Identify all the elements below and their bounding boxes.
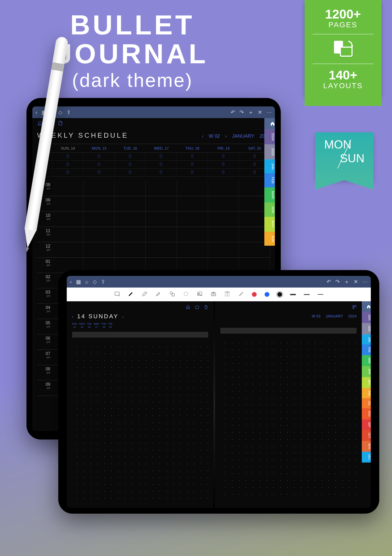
note-link-icon[interactable] — [177, 161, 208, 169]
note-link-icon[interactable] — [115, 153, 146, 161]
note-link-icon[interactable] — [208, 153, 239, 161]
side-tab[interactable]: 2025 — [264, 144, 275, 159]
schedule-cell[interactable] — [52, 227, 83, 242]
day-header[interactable]: FRI, 19 — [208, 144, 239, 153]
note-link-icon[interactable] — [52, 153, 83, 161]
dot-grid-left[interactable] — [72, 342, 208, 501]
mini-day[interactable]: TUE16 — [87, 322, 92, 329]
note-link-icon[interactable] — [208, 161, 239, 169]
image-icon[interactable] — [197, 291, 203, 298]
side-tab[interactable]: JUL — [362, 398, 371, 408]
schedule-cell[interactable] — [52, 242, 83, 258]
pen-icon[interactable] — [128, 291, 134, 298]
redo-icon[interactable]: ↷ — [239, 109, 244, 115]
note-link-icon[interactable] — [52, 161, 83, 169]
back-icon[interactable]: ‹ — [70, 279, 72, 285]
side-tab[interactable]: MAY — [362, 377, 371, 388]
tab-home-icon[interactable] — [362, 301, 371, 312]
schedule-cell[interactable] — [177, 227, 208, 242]
tab-home-icon[interactable] — [264, 118, 275, 129]
side-tab[interactable]: MAR — [264, 187, 275, 203]
week-prev-icon[interactable]: ‹ — [202, 133, 203, 139]
add-icon[interactable]: ＋ — [344, 278, 349, 285]
insert-icon[interactable] — [114, 291, 120, 298]
schedule-cell[interactable] — [83, 227, 114, 242]
side-tab[interactable]: SEP — [362, 419, 371, 430]
back-icon[interactable]: ‹ — [35, 109, 37, 115]
schedule-cell[interactable] — [83, 242, 114, 258]
schedule-cell[interactable] — [177, 212, 208, 227]
schedule-cell[interactable] — [146, 181, 177, 196]
side-tab[interactable]: APR — [264, 203, 275, 217]
right-year[interactable]: 2024 — [348, 314, 357, 318]
more-icon[interactable]: ⋯ — [266, 109, 272, 115]
day-prev-icon[interactable]: ‹ — [72, 315, 73, 319]
schedule-cell[interactable] — [115, 227, 146, 242]
redo-icon[interactable]: ↷ — [335, 279, 340, 285]
share-icon[interactable]: ⇪ — [66, 109, 71, 115]
side-tab[interactable]: NOV — [362, 441, 371, 452]
side-tab[interactable]: AUG — [362, 408, 371, 419]
shapes-icon[interactable] — [169, 291, 175, 298]
side-tab[interactable]: JUN — [362, 388, 371, 398]
schedule-cell[interactable] — [115, 212, 146, 227]
color-black[interactable] — [277, 292, 282, 297]
side-tab[interactable]: JAN — [264, 159, 275, 173]
schedule-cell[interactable] — [115, 242, 146, 258]
day-next-icon[interactable]: › — [122, 315, 124, 319]
schedule-cell[interactable] — [146, 212, 177, 227]
close-icon[interactable]: ✕ — [354, 279, 358, 285]
schedule-cell[interactable] — [146, 196, 177, 212]
ruler-icon[interactable] — [238, 291, 244, 298]
day-header[interactable]: TUE, 16 — [115, 144, 146, 153]
day-header[interactable]: THU, 18 — [177, 144, 208, 153]
right-month[interactable]: JANUARY — [326, 314, 343, 318]
stroke-thin[interactable] — [318, 294, 323, 295]
schedule-cell[interactable] — [52, 212, 83, 227]
side-tab[interactable]: MAR — [362, 355, 371, 366]
note-link-icon[interactable] — [146, 169, 177, 177]
schedule-cell[interactable] — [177, 242, 208, 258]
add-icon[interactable]: ＋ — [248, 109, 253, 116]
day-header[interactable]: MON, 15 — [83, 144, 114, 153]
day-header[interactable]: SUN, 14 — [52, 144, 83, 153]
schedule-cell[interactable] — [115, 181, 146, 196]
search-icon[interactable]: ⌕ — [85, 279, 88, 285]
bookmark-icon[interactable]: ◇ — [93, 279, 97, 285]
schedule-cell[interactable] — [83, 212, 114, 227]
right-week[interactable]: W 03 — [312, 314, 320, 318]
week-label[interactable]: W 02 — [209, 133, 220, 139]
side-tab[interactable]: MAY — [264, 217, 275, 231]
note-link-icon[interactable] — [177, 153, 208, 161]
close-icon[interactable]: ✕ — [258, 109, 262, 115]
side-tab[interactable]: 2024 — [264, 129, 275, 144]
side-tab[interactable]: 2024 — [362, 312, 371, 323]
side-tab[interactable]: FEB — [264, 173, 275, 187]
note-link-icon[interactable] — [115, 161, 146, 169]
eraser-icon[interactable] — [142, 291, 148, 298]
note-link-icon[interactable] — [146, 161, 177, 169]
schedule-cell[interactable] — [208, 242, 239, 258]
color-blue[interactable] — [265, 292, 269, 297]
schedule-cell[interactable] — [52, 181, 83, 196]
undo-icon[interactable]: ↶ — [231, 109, 235, 115]
side-tab[interactable]: JAN — [362, 334, 371, 345]
schedule-cell[interactable] — [208, 212, 239, 227]
undo-icon[interactable]: ↶ — [327, 279, 331, 285]
schedule-cell[interactable] — [208, 181, 239, 196]
note-link-icon[interactable] — [146, 153, 177, 161]
schedule-cell[interactable] — [146, 242, 177, 258]
share-icon[interactable]: ⇪ — [101, 279, 105, 285]
schedule-cell[interactable] — [83, 181, 114, 196]
note-link-icon[interactable] — [208, 169, 239, 177]
schedule-cell[interactable] — [208, 227, 239, 242]
schedule-cell[interactable] — [208, 196, 239, 212]
mini-day[interactable]: MON15 — [79, 322, 85, 329]
text-icon[interactable] — [224, 291, 230, 298]
schedule-cell[interactable] — [146, 227, 177, 242]
schedule-cell[interactable] — [83, 196, 114, 212]
highlighter-icon[interactable] — [155, 291, 161, 298]
home-icon[interactable] — [186, 305, 190, 311]
camera-icon[interactable] — [211, 291, 216, 298]
day-header[interactable]: WED, 17 — [146, 144, 177, 153]
